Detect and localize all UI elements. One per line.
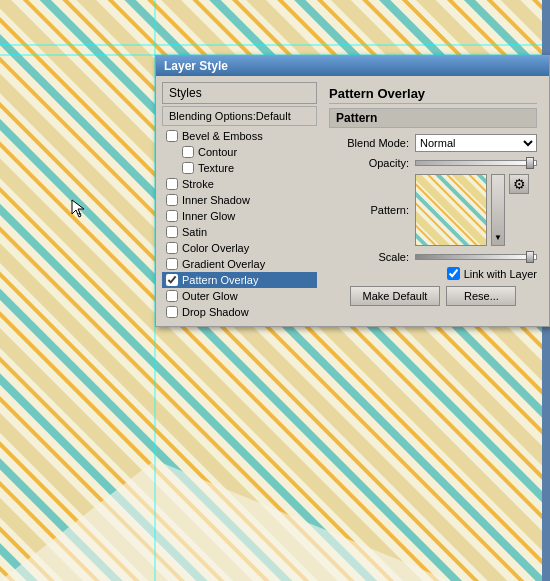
- group-title: Pattern: [329, 108, 537, 128]
- style-checkbox-9[interactable]: [166, 274, 178, 286]
- style-label-7: Color Overlay: [182, 242, 249, 254]
- style-checkbox-1[interactable]: [182, 146, 194, 158]
- style-label-4: Inner Shadow: [182, 194, 250, 206]
- dialog-title: Layer Style: [164, 59, 228, 73]
- style-item-pattern-overlay[interactable]: Pattern Overlay: [162, 272, 317, 288]
- pattern-row: Pattern:: [329, 174, 537, 246]
- style-item-satin[interactable]: Satin: [162, 224, 317, 240]
- blend-mode-label: Blend Mode:: [329, 137, 409, 149]
- settings-panel: Pattern Overlay Pattern Blend Mode: Norm…: [323, 82, 543, 320]
- style-checkbox-7[interactable]: [166, 242, 178, 254]
- opacity-slider-thumb[interactable]: [526, 157, 534, 169]
- scale-label: Scale:: [329, 251, 409, 263]
- style-label-10: Outer Glow: [182, 290, 238, 302]
- style-checkbox-10[interactable]: [166, 290, 178, 302]
- link-layer-label: Link with Layer: [464, 268, 537, 280]
- blending-options[interactable]: Blending Options:Default: [162, 106, 317, 126]
- dialog-content: Styles Blending Options:Default Bevel & …: [156, 76, 549, 326]
- style-label-2: Texture: [198, 162, 234, 174]
- scale-slider-thumb[interactable]: [526, 251, 534, 263]
- opacity-slider-track[interactable]: [415, 160, 537, 166]
- style-checkbox-3[interactable]: [166, 178, 178, 190]
- style-label-5: Inner Glow: [182, 210, 235, 222]
- style-item-stroke[interactable]: Stroke: [162, 176, 317, 192]
- style-item-contour[interactable]: Contour: [162, 144, 317, 160]
- reset-button[interactable]: Rese...: [446, 286, 516, 306]
- style-item-texture[interactable]: Texture: [162, 160, 317, 176]
- blend-mode-row: Blend Mode: Normal: [329, 134, 537, 152]
- style-label-8: Gradient Overlay: [182, 258, 265, 270]
- link-row: Link with Layer: [329, 267, 537, 280]
- style-checkbox-11[interactable]: [166, 306, 178, 318]
- pattern-preview-area: ▼ ⚙: [415, 174, 529, 246]
- styles-header[interactable]: Styles: [162, 82, 317, 104]
- make-default-button[interactable]: Make Default: [350, 286, 441, 306]
- style-item-inner-shadow[interactable]: Inner Shadow: [162, 192, 317, 208]
- style-label-0: Bevel & Emboss: [182, 130, 263, 142]
- style-checkbox-0[interactable]: [166, 130, 178, 142]
- style-label-6: Satin: [182, 226, 207, 238]
- dialog-titlebar: Layer Style: [156, 56, 549, 76]
- pattern-label: Pattern:: [329, 204, 409, 216]
- style-item-gradient-overlay[interactable]: Gradient Overlay: [162, 256, 317, 272]
- section-title: Pattern Overlay: [329, 86, 537, 104]
- style-label-1: Contour: [198, 146, 237, 158]
- style-label-3: Stroke: [182, 178, 214, 190]
- svg-rect-20: [416, 175, 486, 245]
- style-checkbox-5[interactable]: [166, 210, 178, 222]
- opacity-slider-container: [415, 160, 537, 166]
- style-item-bevel-and-emboss[interactable]: Bevel & Emboss: [162, 128, 317, 144]
- style-item-inner-glow[interactable]: Inner Glow: [162, 208, 317, 224]
- style-checkbox-6[interactable]: [166, 226, 178, 238]
- style-item-drop-shadow[interactable]: Drop Shadow: [162, 304, 317, 320]
- button-row: Make Default Rese...: [329, 286, 537, 306]
- style-label-9: Pattern Overlay: [182, 274, 258, 286]
- styles-panel: Styles Blending Options:Default Bevel & …: [162, 82, 317, 320]
- pattern-dropdown-button[interactable]: ▼: [491, 174, 505, 246]
- style-label-11: Drop Shadow: [182, 306, 249, 318]
- layer-style-dialog: Layer Style Styles Blending Options:Defa…: [155, 55, 550, 327]
- style-item-outer-glow[interactable]: Outer Glow: [162, 288, 317, 304]
- style-item-color-overlay[interactable]: Color Overlay: [162, 240, 317, 256]
- opacity-label: Opacity:: [329, 157, 409, 169]
- style-checkbox-2[interactable]: [182, 162, 194, 174]
- blend-mode-select[interactable]: Normal: [415, 134, 537, 152]
- pattern-settings-button[interactable]: ⚙: [509, 174, 529, 194]
- style-checkbox-4[interactable]: [166, 194, 178, 206]
- scale-slider-track[interactable]: [415, 254, 537, 260]
- style-items-list: Bevel & EmbossContourTextureStrokeInner …: [162, 128, 317, 320]
- style-checkbox-8[interactable]: [166, 258, 178, 270]
- link-layer-checkbox[interactable]: [447, 267, 460, 280]
- scale-row: Scale:: [329, 251, 537, 263]
- pattern-preview[interactable]: [415, 174, 487, 246]
- scale-slider-container: [415, 254, 537, 260]
- opacity-row: Opacity:: [329, 157, 537, 169]
